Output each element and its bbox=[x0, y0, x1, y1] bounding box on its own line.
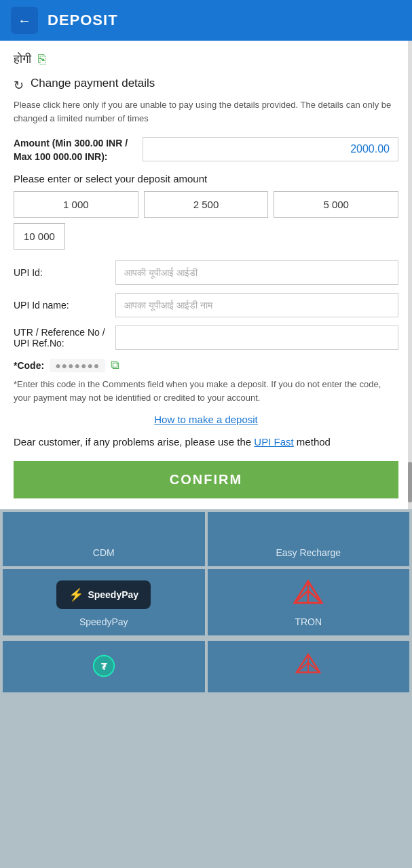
upi-id-label: UPI Id: bbox=[14, 267, 109, 278]
tron-icon bbox=[292, 578, 324, 611]
deposit-select-text: Please enter or select your deposit amou… bbox=[14, 173, 398, 184]
share-icon[interactable]: ⎘ bbox=[38, 52, 46, 67]
partial-svg-2 bbox=[295, 653, 321, 679]
partial-text: होगी bbox=[14, 52, 31, 66]
payment-methods-bottom-partial: ₮ bbox=[0, 638, 412, 692]
refresh-icon: ↻ bbox=[14, 78, 24, 93]
code-value: ●●●●●●● bbox=[50, 359, 105, 372]
payment-item-speedypay[interactable]: ⚡ SpeedyPay SpeedyPay bbox=[3, 569, 205, 635]
deposit-card: होगी ⎘ ↻ Change payment details Please c… bbox=[0, 41, 412, 509]
payment-item-easy-recharge[interactable]: Easy Recharge bbox=[208, 512, 410, 566]
tron-label: TRON bbox=[295, 616, 322, 627]
change-payment-section[interactable]: ↻ Change payment details bbox=[14, 77, 398, 93]
scrollbar[interactable] bbox=[408, 41, 412, 509]
top-partial-row: होगी ⎘ bbox=[14, 52, 398, 67]
back-arrow-icon: ← bbox=[18, 13, 31, 28]
customer-note-suffix: method bbox=[294, 436, 331, 448]
quick-amount-1000[interactable]: 1 000 bbox=[14, 191, 138, 218]
amount-input[interactable] bbox=[143, 137, 398, 161]
upi-id-name-row: UPI Id name: bbox=[14, 293, 398, 317]
quick-amount-2500[interactable]: 2 500 bbox=[144, 191, 269, 218]
customer-note-prefix: Dear customer, if any problems arise, pl… bbox=[14, 436, 254, 448]
svg-text:₮: ₮ bbox=[101, 661, 107, 671]
upi-id-row: UPI Id: bbox=[14, 260, 398, 285]
page-title: DEPOSIT bbox=[48, 12, 118, 29]
payment-item-tron[interactable]: TRON bbox=[208, 569, 410, 635]
quick-amount-10000[interactable]: 10 000 bbox=[14, 223, 65, 250]
confirm-button[interactable]: CONFIRM bbox=[14, 461, 398, 498]
customer-note: Dear customer, if any problems arise, pl… bbox=[14, 435, 398, 450]
payment-item-partial-2[interactable] bbox=[208, 641, 410, 692]
partial-svg-1: ₮ bbox=[91, 653, 117, 679]
speedypay-label: SpeedyPay bbox=[79, 616, 128, 627]
quick-amount-grid: 1 000 2 500 5 000 bbox=[14, 191, 398, 218]
amount-label: Amount (Min 300.00 INR / Max 100 000.00 … bbox=[14, 137, 136, 163]
partial-icon-1: ₮ bbox=[91, 650, 117, 682]
change-payment-note: Please click here only if you are unable… bbox=[14, 98, 398, 125]
upi-id-name-input[interactable] bbox=[115, 293, 398, 317]
code-label: *Code: bbox=[14, 360, 44, 371]
speedy-logo: ⚡ SpeedyPay bbox=[56, 580, 151, 609]
easy-recharge-label: Easy Recharge bbox=[276, 547, 341, 558]
payment-methods-grid: CDM Easy Recharge ⚡ SpeedyPay SpeedyPay … bbox=[0, 509, 412, 638]
upi-id-name-label: UPI Id name: bbox=[14, 300, 109, 311]
partial-icon-2 bbox=[295, 650, 321, 682]
speedypay-icon: ⚡ SpeedyPay bbox=[56, 578, 151, 611]
code-row: *Code: ●●●●●●● ⧉ bbox=[14, 358, 398, 372]
utr-input[interactable] bbox=[115, 326, 398, 350]
back-button[interactable]: ← bbox=[11, 7, 38, 34]
how-to-deposit-link[interactable]: How to make a deposit bbox=[14, 414, 398, 425]
utr-label: UTR / Reference No / UPI Ref.No: bbox=[14, 327, 109, 349]
speedy-logo-bolt: ⚡ bbox=[69, 587, 83, 602]
upi-fast-link[interactable]: UPI Fast bbox=[254, 436, 293, 448]
payment-item-cdm[interactable]: CDM bbox=[3, 512, 205, 566]
payment-item-partial-1[interactable]: ₮ bbox=[3, 641, 205, 692]
utr-row: UTR / Reference No / UPI Ref.No: bbox=[14, 326, 398, 350]
copy-icon[interactable]: ⧉ bbox=[111, 358, 119, 372]
quick-amount-5000[interactable]: 5 000 bbox=[274, 191, 398, 218]
change-payment-label: Change payment details bbox=[31, 77, 155, 90]
amount-row: Amount (Min 300.00 INR / Max 100 000.00 … bbox=[14, 137, 398, 163]
speedy-logo-text: SpeedyPay bbox=[88, 589, 138, 600]
header: ← DEPOSIT bbox=[0, 0, 412, 41]
scroll-thumb bbox=[408, 462, 412, 502]
code-note: *Enter this code in the Comments field w… bbox=[14, 378, 398, 404]
tron-svg bbox=[292, 578, 324, 611]
cdm-label: CDM bbox=[93, 547, 115, 558]
upi-id-input[interactable] bbox=[115, 260, 398, 285]
